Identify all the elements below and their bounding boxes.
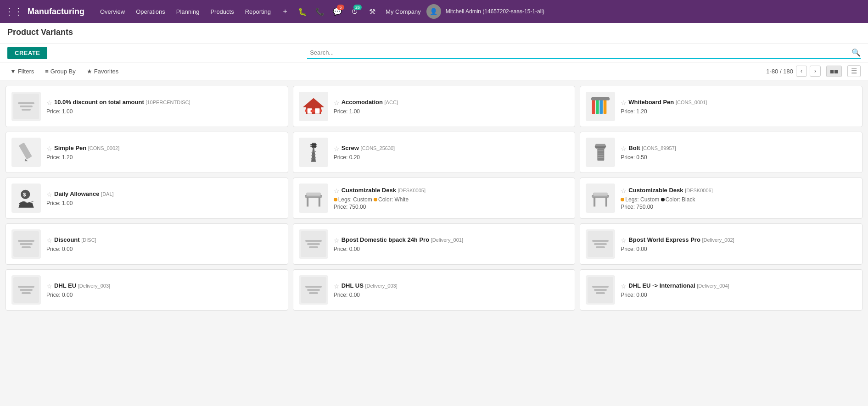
product-thumbnail-placeholder: [301, 231, 326, 257]
product-card[interactable]: ☆ DHL US [Delivery_003] Price: 0.00: [293, 269, 576, 311]
nav-overview[interactable]: Overview: [95, 6, 129, 18]
desk-icon: [589, 187, 612, 210]
favorite-star-icon[interactable]: ☆: [621, 237, 627, 244]
list-view-button[interactable]: ☰: [847, 65, 861, 77]
search-icon[interactable]: 🔍: [851, 48, 861, 57]
product-thumbnail-placeholder: [13, 94, 39, 119]
product-card[interactable]: ☆ Customizable Desk [DESK0006] Legs: Cus…: [580, 178, 862, 219]
favorite-star-icon[interactable]: ☆: [46, 237, 52, 244]
product-name: Simple Pen [CONS_0002]: [54, 145, 119, 151]
phone-icon[interactable]: 📞: [312, 4, 328, 19]
favorite-star-icon[interactable]: ☆: [334, 187, 340, 195]
favorite-star-icon[interactable]: ☆: [334, 99, 340, 106]
prev-page-button[interactable]: ‹: [796, 66, 807, 77]
nav-planning[interactable]: Planning: [172, 6, 204, 18]
svg-rect-36: [605, 197, 607, 206]
product-price: Price: 1.00: [334, 108, 570, 115]
search-bar: 🔍: [307, 47, 861, 59]
favorite-star-icon[interactable]: ☆: [46, 145, 52, 152]
product-info: ☆ Customizable Desk [DESK0005] Legs: Cus…: [334, 187, 570, 210]
product-card[interactable]: ☆ Simple Pen [CONS_0002] Price: 1.20: [6, 132, 288, 173]
svg-marker-21: [595, 146, 606, 149]
product-ref: [DAL]: [101, 191, 114, 197]
debug-icon[interactable]: 🐛: [295, 4, 310, 19]
product-card[interactable]: ☆ DHL EU [Delivery_003] Price: 0.00: [6, 269, 288, 311]
product-card[interactable]: ☆ Customizable Desk [DESK0005] Legs: Cus…: [293, 178, 576, 219]
product-info: ☆ DHL US [Delivery_003] Price: 0.00: [334, 282, 570, 298]
groupby-button[interactable]: ≡ Group By: [42, 67, 78, 76]
add-menu-icon[interactable]: +: [277, 4, 293, 19]
product-thumbnail-container: [299, 138, 328, 167]
product-name-row: ☆ Bpost World Express Pro [Delivery_002]: [621, 236, 857, 244]
product-info: ☆ Accomodation [ACC] Price: 1.00: [334, 99, 570, 115]
favorite-star-icon[interactable]: ☆: [621, 283, 627, 290]
search-input[interactable]: [307, 47, 851, 58]
chat-icon[interactable]: 💬 5: [330, 4, 345, 19]
activity-badge: 26: [353, 5, 362, 10]
attribute-dot: [334, 198, 337, 201]
grid-view-button[interactable]: ■■: [826, 66, 842, 77]
product-thumbnail-placeholder: [13, 277, 39, 303]
favorite-star-icon[interactable]: ☆: [334, 283, 340, 290]
product-thumbnail-placeholder: [301, 277, 326, 303]
product-thumbnail-container: [11, 275, 41, 305]
product-ref: [Delivery_003]: [365, 283, 397, 289]
product-price: Price: 750.00: [334, 204, 570, 210]
favorite-star-icon[interactable]: ☆: [621, 145, 627, 152]
product-price: Price: 1.20: [46, 154, 282, 161]
product-card[interactable]: ☆ Accomodation [ACC] Price: 1.00: [293, 86, 576, 127]
create-button[interactable]: CREATE: [7, 47, 47, 59]
product-name-row: ☆ 10.0% discount on total amount [10PERC…: [46, 99, 282, 106]
favorite-star-icon[interactable]: ☆: [46, 99, 52, 106]
product-card[interactable]: ☆ Bpost Domestic bpack 24h Pro [Delivery…: [293, 223, 576, 265]
favorite-star-icon[interactable]: ☆: [46, 283, 52, 290]
product-name-row: ☆ DHL US [Delivery_003]: [334, 282, 570, 290]
product-info: ☆ Whiteboard Pen [CONS_0001] Price: 1.20: [621, 99, 857, 115]
favorite-star-icon[interactable]: ☆: [621, 99, 627, 106]
attribute-dot: [661, 198, 665, 201]
product-ref: [CONS_25630]: [361, 145, 395, 151]
grid-menu-icon[interactable]: ⋮⋮: [5, 6, 23, 17]
favorite-star-icon[interactable]: ☆: [621, 187, 627, 195]
product-card[interactable]: $ ☆ Daily Allowance [DAL] Price: 1.00: [6, 178, 288, 219]
product-card[interactable]: ☆ Discount [DISC] Price: 0.00: [6, 223, 288, 265]
attribute-dot: [374, 198, 377, 201]
nav-products[interactable]: Products: [206, 6, 238, 18]
screw-icon: [302, 141, 325, 164]
favorite-star-icon[interactable]: ☆: [46, 191, 52, 198]
filter-icon: ▼: [10, 68, 16, 75]
filters-button[interactable]: ▼ Filters: [7, 67, 37, 76]
product-info: ☆ Daily Allowance [DAL] Price: 1.00: [46, 190, 282, 206]
product-card[interactable]: ☆ 10.0% discount on total amount [10PERC…: [6, 86, 288, 127]
product-name-row: ☆ Discount [DISC]: [46, 236, 282, 244]
product-price: Price: 0.50: [621, 154, 857, 161]
avatar[interactable]: 👤: [426, 4, 441, 19]
product-ref: [ACC]: [385, 100, 398, 105]
product-ref: [CONS_0002]: [88, 145, 119, 151]
product-thumbnail-placeholder: [588, 231, 613, 257]
activity-icon[interactable]: ⏱ 26: [347, 4, 363, 19]
product-card[interactable]: ☆ Bolt [CONS_89957] Price: 0.50: [580, 132, 862, 173]
product-card[interactable]: ☆ Screw [CONS_25630] Price: 0.20: [293, 132, 576, 173]
favorite-star-icon[interactable]: ☆: [334, 145, 340, 152]
product-card[interactable]: ☆ DHL EU -> International [Delivery_004]…: [580, 269, 862, 311]
product-card[interactable]: ☆ Whiteboard Pen [CONS_0001] Price: 1.20: [580, 86, 862, 127]
product-name-row: ☆ Daily Allowance [DAL]: [46, 190, 282, 198]
next-page-button[interactable]: ›: [810, 66, 821, 77]
product-ref: [DESK0006]: [685, 188, 713, 193]
favorite-star-icon[interactable]: ☆: [334, 237, 340, 244]
product-card[interactable]: ☆ Bpost World Express Pro [Delivery_002]…: [580, 223, 862, 265]
product-thumbnail-container: [299, 184, 328, 213]
product-thumbnail-container: [299, 229, 328, 259]
product-name: Bolt [CONS_89957]: [628, 145, 676, 151]
user-name[interactable]: Mitchell Admin (14657202-saas-15-1-all): [443, 8, 547, 15]
svg-rect-11: [19, 143, 32, 160]
settings-icon[interactable]: ⚒: [364, 4, 380, 19]
product-name: DHL US [Delivery_003]: [342, 282, 398, 289]
nav-reporting[interactable]: Reporting: [241, 6, 275, 18]
nav-operations[interactable]: Operations: [131, 6, 170, 18]
pens-icon: [589, 95, 612, 118]
product-ref: [Delivery_004]: [697, 283, 729, 289]
company-selector[interactable]: My Company: [382, 8, 425, 15]
favorites-button[interactable]: ★ Favorites: [84, 67, 121, 76]
